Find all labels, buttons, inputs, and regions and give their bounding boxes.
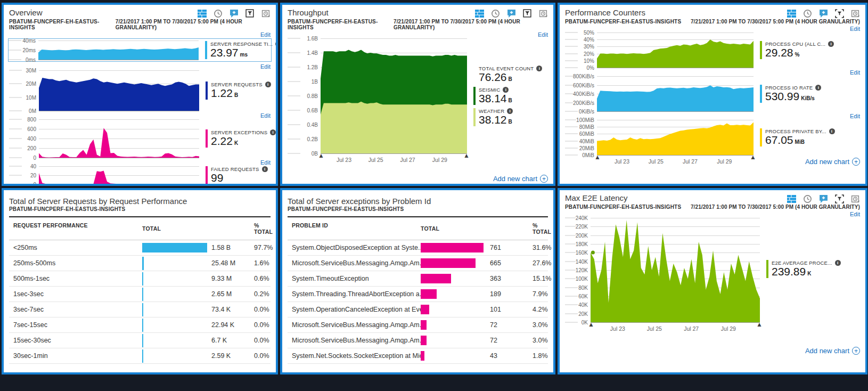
time-settings-icon[interactable]: [851, 9, 860, 18]
info-icon[interactable]: i: [815, 85, 821, 91]
feedback-icon[interactable]: [507, 9, 516, 18]
value-bar: [142, 272, 143, 286]
feedback-icon[interactable]: [230, 9, 239, 18]
edit-link[interactable]: Edit: [850, 113, 860, 119]
time-settings-icon[interactable]: [261, 9, 271, 18]
chart-process-io-rate: 800KiB/s600KiB/s400KiB/s200KiB/s0KiB/s P…: [565, 76, 860, 111]
tiles-icon[interactable]: [475, 9, 484, 18]
table-row[interactable]: Microsoft.ServiceBus.Messaging.Amqp.Am..…: [288, 317, 548, 333]
filter-icon[interactable]: [245, 9, 255, 18]
table-row[interactable]: 7sec-15sec22.94 K0.0%: [9, 317, 271, 333]
table-row[interactable]: System.ObjectDisposedException at Syste.…: [288, 240, 548, 256]
time-settings-icon[interactable]: [851, 194, 860, 203]
brush-handle[interactable]: ▲: [588, 321, 594, 328]
table-row[interactable]: <250ms1.58 B97.7%: [9, 240, 271, 256]
history-icon[interactable]: [803, 194, 812, 203]
area-chart-server-response-time[interactable]: [38, 40, 199, 60]
edit-link[interactable]: Edit: [850, 211, 860, 217]
add-new-chart-link[interactable]: Add new chart+: [805, 158, 860, 166]
area-chart-process-private-bytes[interactable]: [597, 120, 754, 155]
x-tick-label: Jul 29: [432, 157, 447, 163]
table-row[interactable]: 15sec-30sec6.7 K0.0%: [9, 333, 271, 348]
y-tick: 10%: [565, 58, 594, 63]
area-chart-server-requests[interactable]: [39, 70, 199, 111]
brush-handle[interactable]: ▲: [36, 183, 43, 186]
feedback-icon[interactable]: [819, 9, 828, 18]
tiles-icon[interactable]: [198, 9, 207, 18]
area-chart-server-exceptions[interactable]: [39, 119, 199, 158]
edit-link[interactable]: Edit: [850, 26, 860, 32]
y-tick: 400KiB/s: [565, 91, 594, 97]
legend-process-cpu: PROCESS CPU (ALL C...i 29.28%: [760, 41, 860, 59]
edit-link[interactable]: Edit: [538, 31, 548, 38]
brush-handle[interactable]: ▲: [195, 183, 202, 186]
table-row[interactable]: Microsoft.ServiceBus.Messaging.Amqp.Am..…: [288, 256, 548, 271]
edit-link[interactable]: Edit: [260, 31, 271, 38]
y-tick: 0.4B: [288, 122, 318, 128]
info-icon[interactable]: i: [275, 41, 278, 47]
info-icon[interactable]: i: [262, 166, 268, 172]
info-icon[interactable]: i: [828, 41, 834, 47]
add-new-chart-link[interactable]: Add new chart+: [493, 175, 548, 183]
filter-icon[interactable]: [523, 9, 532, 18]
y-tick: 200KiB/s: [565, 100, 594, 105]
y-tick: 20K: [565, 311, 588, 316]
time-range-label: 7/21/2017 1:00 PM TO 7/30/2017 5:00 PM (…: [394, 19, 548, 30]
info-icon[interactable]: i: [265, 82, 271, 87]
history-icon[interactable]: [214, 9, 223, 18]
tiles-icon[interactable]: [787, 194, 796, 203]
filter-scope-icon[interactable]: [835, 194, 844, 203]
y-tick: 40K: [565, 302, 588, 308]
table-row[interactable]: 250ms-500ms25.48 M1.6%: [9, 256, 271, 271]
area-chart-process-io-rate[interactable]: [597, 76, 754, 111]
brush-handle[interactable]: ▲: [594, 153, 601, 161]
history-icon[interactable]: [803, 9, 812, 18]
y-tick: 0.2B: [288, 136, 318, 142]
table-row[interactable]: 3sec-7sec73.4 K0.0%: [9, 302, 271, 317]
time-settings-icon[interactable]: [539, 9, 548, 18]
table-row[interactable]: System.TimeoutException36315.1%: [288, 271, 548, 287]
brush-handle[interactable]: ▲: [750, 153, 756, 161]
table-row[interactable]: 30sec-1min2.59 K0.0%: [9, 348, 271, 364]
edit-link[interactable]: Edit: [850, 69, 860, 76]
info-icon[interactable]: i: [536, 66, 542, 71]
info-icon[interactable]: i: [270, 129, 276, 135]
filter-scope-icon[interactable]: [835, 9, 844, 18]
plus-icon: +: [852, 158, 860, 166]
table-row[interactable]: System.Net.Sockets.SocketException at Mi…: [288, 348, 548, 364]
info-icon[interactable]: i: [829, 128, 835, 134]
panel-toolbar: [198, 8, 271, 18]
page-title: Total of Server Requests by Request Perf…: [9, 197, 187, 206]
feedback-icon[interactable]: [819, 194, 828, 203]
area-chart-process-cpu[interactable]: [597, 32, 754, 68]
y-tick: 1.2B: [288, 64, 318, 70]
table-row[interactable]: 500ms-1sec9.33 M0.6%: [9, 271, 271, 287]
panel-toolbar: [787, 8, 860, 18]
edit-link[interactable]: Edit: [260, 159, 271, 166]
info-icon[interactable]: i: [507, 108, 513, 114]
y-tick: 30M: [9, 68, 36, 74]
add-new-chart-link[interactable]: Add new chart+: [805, 347, 860, 355]
y-tick: 20MiB: [565, 145, 594, 151]
y-tick: 0.8B: [288, 93, 318, 99]
brush-handle[interactable]: ▲: [318, 152, 324, 159]
area-chart-failed-requests[interactable]: [39, 166, 199, 184]
brush-handle[interactable]: ▲: [756, 321, 763, 328]
table-row[interactable]: System.OperationCanceledException at Eve…: [288, 302, 548, 317]
x-axis: ▲▲Jul 23Jul 25Jul 27Jul 29: [591, 323, 760, 333]
page-title: Performance Counters: [565, 8, 645, 17]
area-chart-e2e-latency[interactable]: [591, 218, 760, 322]
table-row[interactable]: System.Threading.ThreadAbortException a.…: [288, 287, 548, 302]
info-icon[interactable]: i: [835, 260, 841, 266]
chart-e2e-latency: 240K220K200K180K160K140K120K100K80K60K40…: [565, 218, 860, 322]
stacked-area-chart-throughput[interactable]: [321, 38, 467, 153]
edit-link[interactable]: Edit: [260, 112, 271, 119]
chart-area: [321, 38, 467, 153]
edit-link[interactable]: Edit: [260, 63, 271, 70]
table-row[interactable]: Microsoft.ServiceBus.Messaging.Amqp.Am..…: [288, 333, 548, 348]
table-row[interactable]: 1sec-3sec2.65 M0.2%: [9, 287, 271, 302]
history-icon[interactable]: [491, 9, 500, 18]
brush-handle[interactable]: ▲: [463, 152, 470, 159]
tiles-icon[interactable]: [787, 9, 796, 18]
y-tick: 1B: [288, 79, 318, 85]
